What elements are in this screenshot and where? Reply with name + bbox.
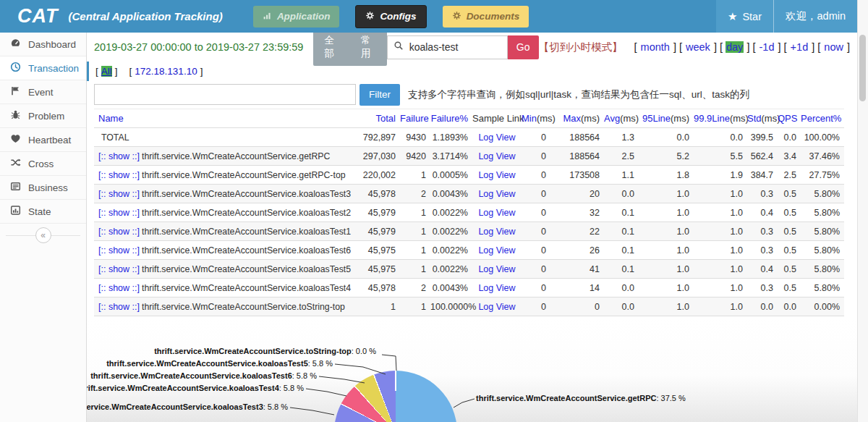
log-view-link[interactable]: Log View	[478, 302, 515, 312]
show-cell[interactable]: [:: show ::]	[94, 302, 142, 312]
qps-cell: 0.5	[778, 189, 801, 199]
domain-search-input[interactable]	[408, 41, 501, 54]
log-view-link[interactable]: Log View	[478, 245, 515, 256]
show-cell[interactable]: [:: show ::]	[94, 264, 142, 274]
date-range-link[interactable]: 2019-03-27 00:00:00 to 2019-03-27 23:59:…	[94, 41, 303, 53]
sample-link-cell[interactable]: Log View	[472, 208, 522, 218]
filter-input[interactable]	[94, 84, 356, 105]
log-view-link[interactable]: Log View	[478, 170, 515, 180]
column-header-max[interactable]: Max(ms)	[550, 113, 604, 124]
log-view-link[interactable]: Log View	[478, 208, 515, 218]
segment-all-button[interactable]: 全部	[313, 33, 350, 66]
sample-link-cell[interactable]: Log View	[472, 264, 522, 274]
show-link[interactable]: [:: show ::]	[98, 170, 140, 180]
p999-cell: 1.0	[694, 264, 747, 274]
time-link-day[interactable]: [ day ]	[720, 41, 750, 53]
sample-link-cell[interactable]: Log View	[472, 189, 522, 199]
column-header-failure[interactable]: Failure	[400, 113, 430, 124]
time-link-now[interactable]: [ now ]	[817, 41, 850, 53]
sample-link-cell[interactable]: Log View	[472, 245, 522, 256]
machine-ip-link[interactable]: 172.18.131.10	[135, 66, 197, 77]
sample-link-cell[interactable]: Log View	[472, 227, 522, 237]
std-cell: 399.5	[747, 132, 778, 143]
sample-link-cell[interactable]: Log View	[472, 151, 522, 161]
segment-common-button[interactable]: 常用	[350, 33, 387, 66]
pie-chart[interactable]	[334, 371, 457, 422]
p999-cell: 1.0	[694, 283, 747, 293]
column-header-std[interactable]: Std(ms)	[747, 113, 778, 124]
total-cell: 45,975	[354, 245, 400, 256]
log-view-link[interactable]: Log View	[478, 132, 515, 143]
percent-cell: 0.00%	[801, 302, 844, 312]
filter-button[interactable]: Filter	[359, 84, 400, 106]
sidebar-item-state[interactable]: State	[0, 200, 86, 224]
sample-link-cell[interactable]: Log View	[472, 283, 522, 293]
column-header-95line[interactable]: 95Line(ms)	[639, 113, 694, 124]
column-header-failure[interactable]: Failure%	[430, 113, 472, 124]
log-view-link[interactable]: Log View	[478, 264, 515, 274]
total-row-label: TOTAL	[94, 132, 142, 143]
column-header-total[interactable]: Total	[354, 113, 400, 124]
column-header-min[interactable]: Min(ms)	[522, 113, 550, 124]
show-link[interactable]: [:: show ::]	[98, 283, 140, 293]
total-cell: 792,897	[354, 132, 400, 143]
time-link-week[interactable]: [ week ]	[679, 41, 717, 53]
time-link-month[interactable]: [ month ]	[634, 41, 676, 53]
sidebar-item-heartbeat[interactable]: Heartbeat	[0, 128, 86, 152]
collapse-sidebar-button[interactable]: «	[35, 227, 51, 243]
time-link-minus1d[interactable]: [ -1d ]	[752, 41, 780, 53]
column-header-qps[interactable]: QPS	[778, 113, 801, 124]
show-cell[interactable]: [:: show ::]	[94, 227, 142, 237]
switch-hour-mode-link[interactable]: 【切到小时模式】	[539, 41, 623, 54]
time-link-label: +1d	[790, 41, 809, 53]
sample-link-cell[interactable]: Log View	[472, 302, 522, 312]
sample-link-cell[interactable]: Log View	[472, 170, 522, 180]
show-link[interactable]: [:: show ::]	[98, 208, 140, 218]
show-link[interactable]: [:: show ::]	[98, 189, 140, 199]
sidebar-item-cross[interactable]: Cross	[0, 152, 86, 176]
star-button[interactable]: ★ Star	[716, 0, 774, 33]
column-header-avg[interactable]: Avg(ms)	[604, 113, 639, 124]
sample-link-cell[interactable]: Log View	[472, 132, 522, 143]
show-cell[interactable]: [:: show ::]	[94, 170, 142, 180]
show-link[interactable]: [:: show ::]	[98, 151, 140, 161]
qps-cell: 0.5	[778, 245, 801, 256]
show-link[interactable]: [:: show ::]	[98, 245, 140, 256]
qps-cell: 0.5	[778, 264, 801, 274]
p999-cell: 5.5	[694, 151, 747, 161]
column-header-name[interactable]: Name	[94, 113, 354, 124]
show-link[interactable]: [:: show ::]	[98, 264, 140, 274]
nav-documents-button[interactable]: Documents	[443, 6, 529, 28]
time-link-plus1d[interactable]: [ +1d ]	[784, 41, 815, 53]
transaction-name-cell: thrift.service.WmCreateAccountService.to…	[142, 302, 354, 312]
show-cell[interactable]: [:: show ::]	[94, 151, 142, 161]
sidebar-item-label: Transaction	[28, 63, 79, 74]
log-view-link[interactable]: Log View	[478, 227, 515, 237]
sidebar-item-event[interactable]: Event	[0, 80, 86, 104]
scrollbar-thumb[interactable]	[859, 35, 866, 101]
vertical-scrollbar[interactable]	[857, 0, 868, 422]
show-cell[interactable]: [:: show ::]	[94, 189, 142, 199]
column-header-samplelink: Sample Link	[472, 113, 522, 124]
sidebar-item-business[interactable]: Business	[0, 176, 86, 200]
show-cell[interactable]: [:: show ::]	[94, 283, 142, 293]
sidebar-item-transaction[interactable]: Transaction	[0, 56, 86, 80]
show-link[interactable]: [:: show ::]	[98, 227, 140, 237]
sidebar-item-dashboard[interactable]: Dashboard	[0, 33, 86, 56]
show-cell[interactable]: [:: show ::]	[94, 208, 142, 218]
log-view-link[interactable]: Log View	[478, 189, 515, 199]
log-view-link[interactable]: Log View	[478, 283, 515, 293]
column-header-percent[interactable]: Percent%	[801, 113, 844, 124]
sidebar-item-problem[interactable]: Problem	[0, 104, 86, 128]
show-cell[interactable]: [:: show ::]	[94, 245, 142, 256]
log-view-link[interactable]: Log View	[478, 151, 515, 161]
nav-configs-button[interactable]: Configs	[355, 5, 426, 28]
column-header-999line[interactable]: 99.9Line(ms)	[694, 113, 747, 124]
show-link[interactable]: [:: show ::]	[98, 302, 140, 312]
avg-cell: 0.0	[604, 283, 639, 293]
go-button[interactable]: Go	[508, 35, 539, 59]
welcome-user[interactable]: 欢迎，admin	[774, 0, 857, 33]
pie-label: thrift.service.WmCreateAccountService.ge…	[476, 394, 686, 402]
nav-application-button[interactable]: Application	[253, 6, 340, 28]
machine-all-link[interactable]: All	[101, 66, 112, 77]
